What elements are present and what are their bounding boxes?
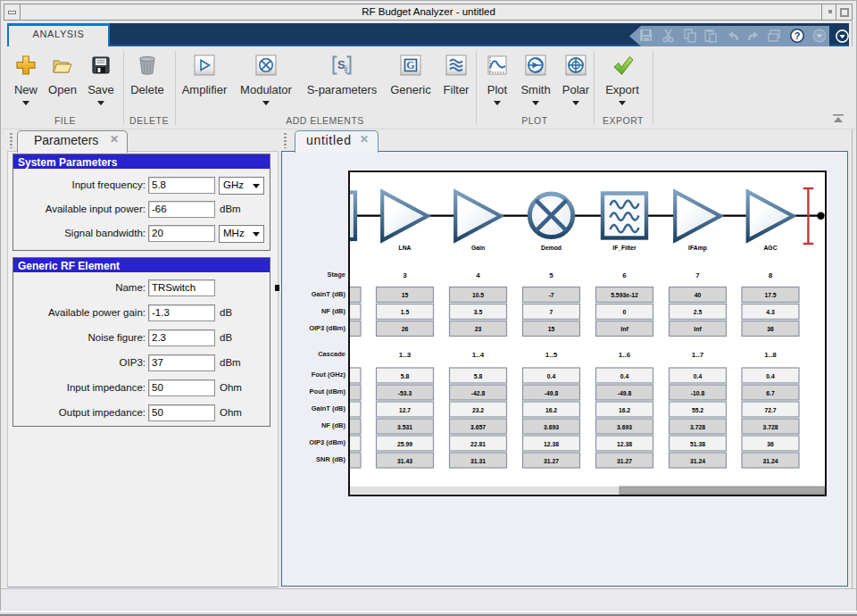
svg-text:ij: ij: [345, 64, 349, 73]
svg-text:-10.8: -10.8: [691, 390, 705, 396]
svg-text:31.31: 31.31: [470, 458, 486, 464]
svg-text:1..5: 1..5: [545, 351, 558, 359]
svg-text:3.728: 3.728: [690, 424, 705, 430]
svg-text:23: 23: [475, 326, 482, 332]
svg-text:31.24: 31.24: [690, 458, 705, 464]
svg-text:40: 40: [695, 292, 702, 298]
svg-text:7: 7: [550, 309, 553, 315]
svg-text:16.2: 16.2: [619, 407, 630, 413]
svg-text:3.657: 3.657: [470, 424, 486, 430]
svg-text:Demod: Demod: [541, 245, 562, 251]
svg-text:22.81: 22.81: [470, 441, 486, 447]
svg-text:1..3: 1..3: [399, 351, 412, 359]
svg-text:-7: -7: [548, 292, 553, 298]
svg-text:Gain: Gain: [471, 245, 485, 251]
svg-text:-42.8: -42.8: [471, 390, 486, 396]
svg-text:0.4: 0.4: [620, 373, 629, 379]
svg-text:-49.8: -49.8: [545, 390, 559, 396]
svg-text:5.593e-12: 5.593e-12: [611, 292, 638, 298]
svg-text:8: 8: [769, 271, 773, 279]
svg-text:5.8: 5.8: [474, 373, 483, 379]
svg-text:0.4: 0.4: [547, 373, 556, 379]
svg-text:4: 4: [476, 271, 480, 279]
svg-text:3.531: 3.531: [397, 424, 412, 430]
svg-text:AGC: AGC: [763, 245, 777, 251]
svg-text:3.5: 3.5: [474, 309, 483, 315]
svg-text:G: G: [406, 59, 414, 71]
svg-text:Inf: Inf: [694, 326, 702, 332]
svg-text:6: 6: [622, 271, 627, 279]
svg-text:31.24: 31.24: [762, 458, 778, 464]
svg-text:1..4: 1..4: [472, 351, 485, 359]
svg-text:6.7: 6.7: [766, 390, 775, 396]
svg-text:31.27: 31.27: [544, 458, 559, 464]
svg-text:IF_Filter: IF_Filter: [612, 245, 637, 251]
svg-text:2.5: 2.5: [694, 309, 703, 315]
svg-text:26: 26: [402, 326, 409, 332]
svg-text:36: 36: [767, 441, 774, 447]
svg-text:15: 15: [548, 326, 555, 332]
svg-text:-49.8: -49.8: [618, 390, 632, 396]
svg-text:23.2: 23.2: [472, 407, 484, 413]
svg-text:31.43: 31.43: [397, 458, 412, 464]
svg-text:55.2: 55.2: [692, 407, 703, 413]
svg-text:0.4: 0.4: [694, 373, 703, 379]
svg-text:3: 3: [403, 271, 407, 279]
svg-text:1..7: 1..7: [692, 351, 704, 359]
svg-text:3.728: 3.728: [762, 424, 778, 430]
svg-text:1..8: 1..8: [764, 351, 777, 359]
svg-text:12.38: 12.38: [617, 441, 632, 447]
svg-text:12.38: 12.38: [544, 441, 559, 447]
svg-text:51.38: 51.38: [690, 441, 705, 447]
svg-text:12.7: 12.7: [399, 407, 411, 413]
svg-text:0.4: 0.4: [766, 373, 775, 379]
svg-text:1..6: 1..6: [619, 351, 631, 359]
svg-text:5: 5: [549, 271, 553, 279]
svg-text:5.8: 5.8: [401, 373, 410, 379]
svg-text:15: 15: [402, 292, 409, 298]
svg-text:3.693: 3.693: [617, 424, 632, 430]
svg-text:31.27: 31.27: [617, 458, 632, 464]
svg-text:-53.3: -53.3: [398, 390, 412, 396]
svg-text:7: 7: [695, 271, 700, 279]
svg-text:36: 36: [767, 326, 774, 332]
svg-text:72.7: 72.7: [764, 407, 776, 413]
svg-text:10.5: 10.5: [472, 292, 484, 298]
svg-text:IFAmp: IFAmp: [688, 245, 707, 252]
svg-text:1.5: 1.5: [401, 309, 410, 315]
svg-text:16.2: 16.2: [545, 407, 557, 413]
svg-text:25.99: 25.99: [397, 441, 412, 447]
svg-text:?: ?: [795, 30, 801, 41]
svg-text:LNA: LNA: [399, 245, 412, 251]
svg-text:Inf: Inf: [620, 326, 628, 332]
svg-text:3.693: 3.693: [544, 424, 559, 430]
svg-text:4.3: 4.3: [766, 309, 775, 315]
svg-text:0: 0: [623, 309, 627, 315]
svg-text:17.5: 17.5: [764, 292, 776, 298]
